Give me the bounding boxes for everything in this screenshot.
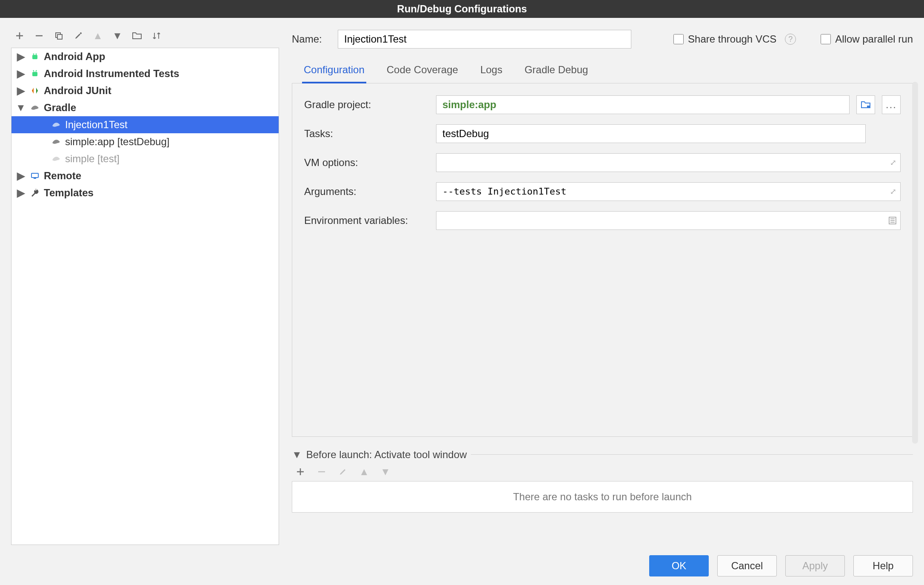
tree-label: Android JUnit <box>44 85 111 97</box>
ok-button[interactable]: OK <box>649 555 709 576</box>
config-body: Gradle project: ... Tasks: VM options: <box>292 83 913 437</box>
before-launch-empty-text: There are no tasks to run before launch <box>513 491 692 503</box>
arguments-input[interactable] <box>436 182 901 201</box>
name-row: Name: Share through VCS ? Allow parallel… <box>292 26 913 51</box>
svg-point-2 <box>80 32 82 34</box>
gradle-project-registered-button[interactable]: ... <box>882 95 901 114</box>
tasks-input[interactable] <box>436 124 866 143</box>
vm-options-input[interactable] <box>436 153 901 172</box>
gradle-project-input[interactable] <box>436 95 850 114</box>
share-vcs-checkbox[interactable]: Share through VCS <box>673 33 776 45</box>
name-input[interactable] <box>338 30 631 49</box>
tab-code-coverage[interactable]: Code Coverage <box>385 60 460 83</box>
help-icon[interactable]: ? <box>785 34 796 45</box>
tasks-label: Tasks: <box>304 128 428 140</box>
config-toolbar: ▲ ▼ <box>11 26 279 48</box>
window-titlebar: Run/Debug Configurations <box>0 0 924 18</box>
svg-point-4 <box>33 54 34 55</box>
android-test-icon <box>29 69 40 78</box>
tree-node-android-instrumented[interactable]: ▶ Android Instrumented Tests <box>11 65 279 82</box>
dialog-body: ▲ ▼ ▶ Android App ▶ Android Instrumented… <box>0 18 924 585</box>
row-gradle-project: Gradle project: ... <box>304 95 901 114</box>
wrench-icon <box>29 189 40 197</box>
move-up-button[interactable]: ▲ <box>92 30 104 42</box>
bl-remove-button <box>316 466 328 478</box>
bl-up-button: ▲ <box>358 466 370 478</box>
before-launch-title: Before launch: Activate tool window <box>306 449 467 461</box>
bl-edit-button <box>337 466 349 478</box>
tree-label: Android Instrumented Tests <box>44 68 179 80</box>
svg-rect-1 <box>57 34 62 39</box>
gradle-icon <box>51 121 62 129</box>
before-launch-section: ▼ Before launch: Activate tool window ▲ … <box>292 447 913 513</box>
tree-label: simple [test] <box>65 153 120 165</box>
svg-point-5 <box>36 54 37 55</box>
name-label: Name: <box>292 33 329 45</box>
chevron-right-icon: ▶ <box>16 51 26 63</box>
remove-config-button[interactable] <box>33 30 45 42</box>
left-panel: ▲ ▼ ▶ Android App ▶ Android Instrumented… <box>11 26 279 545</box>
before-launch-header[interactable]: ▼ Before launch: Activate tool window <box>292 447 913 462</box>
tree-node-injection1test[interactable]: Injection1Test <box>11 116 279 133</box>
arguments-label: Arguments: <box>304 186 428 198</box>
help-button[interactable]: Help <box>853 555 913 576</box>
tab-gradle-debug[interactable]: Gradle Debug <box>523 60 590 83</box>
expand-icon[interactable]: ⤢ <box>890 187 896 196</box>
folder-button[interactable] <box>131 30 143 42</box>
config-tabs: Configuration Code Coverage Logs Gradle … <box>292 51 913 83</box>
gradle-project-browse-button[interactable] <box>856 95 875 114</box>
tree-node-simple-app-testdebug[interactable]: simple:app [testDebug] <box>11 133 279 150</box>
tree-label: Gradle <box>44 102 76 114</box>
copy-config-button[interactable] <box>53 30 65 42</box>
share-vcs-input[interactable] <box>673 34 684 44</box>
remote-icon <box>29 172 40 180</box>
tree-label: Templates <box>44 187 94 199</box>
svg-rect-7 <box>31 173 38 178</box>
svg-rect-9 <box>867 106 870 108</box>
chevron-right-icon: ▶ <box>16 170 26 182</box>
allow-parallel-label: Allow parallel run <box>835 33 913 45</box>
expand-icon[interactable]: ⤢ <box>890 158 896 167</box>
tree-node-android-app[interactable]: ▶ Android App <box>11 48 279 65</box>
row-tasks: Tasks: <box>304 124 901 143</box>
cancel-button[interactable]: Cancel <box>717 555 777 576</box>
tree-label: Injection1Test <box>65 119 128 131</box>
divider <box>471 454 913 455</box>
tab-logs[interactable]: Logs <box>479 60 504 83</box>
move-down-button[interactable]: ▼ <box>111 30 123 42</box>
tree-label: Android App <box>44 51 105 63</box>
tree-label: Remote <box>44 170 81 182</box>
tree-node-gradle[interactable]: ▼ Gradle <box>11 99 279 116</box>
tab-configuration[interactable]: Configuration <box>302 60 366 83</box>
env-input[interactable] <box>436 211 901 230</box>
junit-icon <box>29 86 40 95</box>
before-launch-toolbar: ▲ ▼ <box>292 462 913 481</box>
row-env-vars: Environment variables: <box>304 211 901 230</box>
tree-label: simple:app [testDebug] <box>65 136 169 148</box>
list-icon[interactable] <box>889 217 896 224</box>
allow-parallel-input[interactable] <box>821 34 831 44</box>
add-config-button[interactable] <box>14 30 26 42</box>
tree-node-android-junit[interactable]: ▶ Android JUnit <box>11 82 279 99</box>
chevron-right-icon: ▶ <box>16 68 26 80</box>
edit-defaults-button[interactable] <box>72 30 84 42</box>
config-tree[interactable]: ▶ Android App ▶ Android Instrumented Tes… <box>11 48 279 545</box>
window-title: Run/Debug Configurations <box>397 3 527 15</box>
scrollbar[interactable] <box>912 82 918 444</box>
tree-node-simple-test[interactable]: simple [test] <box>11 150 279 167</box>
chevron-right-icon: ▶ <box>16 187 26 199</box>
sort-button[interactable] <box>151 30 163 42</box>
bl-add-button[interactable] <box>294 466 306 478</box>
allow-parallel-checkbox[interactable]: Allow parallel run <box>821 33 913 45</box>
android-icon <box>29 52 40 61</box>
gradle-icon <box>51 138 62 146</box>
bl-down-button: ▼ <box>379 466 391 478</box>
tree-node-templates[interactable]: ▶ Templates <box>11 184 279 201</box>
share-vcs-label: Share through VCS <box>688 33 776 45</box>
dialog-footer: OK Cancel Apply Help <box>11 545 913 580</box>
before-launch-body: There are no tasks to run before launch <box>292 481 913 513</box>
gradle-icon <box>51 155 62 163</box>
env-label: Environment variables: <box>304 215 428 227</box>
tree-node-remote[interactable]: ▶ Remote <box>11 167 279 184</box>
chevron-right-icon: ▶ <box>16 85 26 97</box>
